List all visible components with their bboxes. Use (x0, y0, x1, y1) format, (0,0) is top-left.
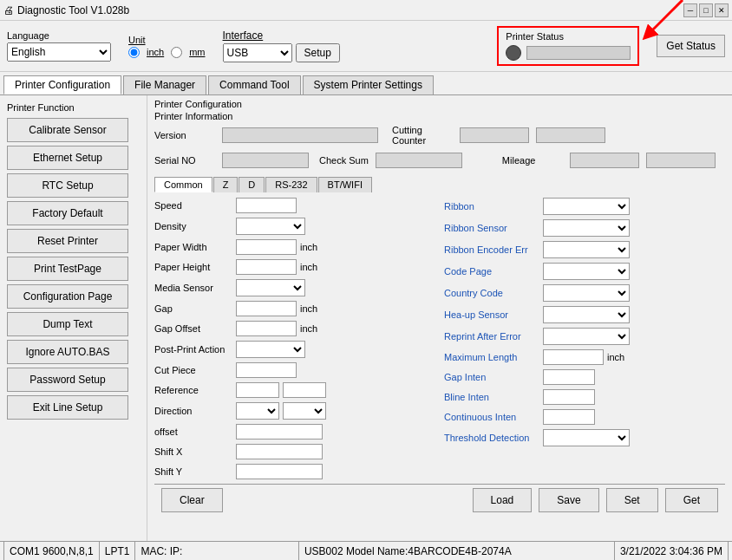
status-bar: COM1 9600,N,8,1 LPT1 MAC: IP: USB002 Mod… (0, 541, 732, 560)
speed-row: Speed (154, 198, 435, 213)
shift-x-input[interactable] (236, 444, 323, 459)
gap-input[interactable] (236, 301, 297, 316)
version-input[interactable] (222, 127, 378, 143)
right-panel: Printer Configuration Printer Informatio… (147, 95, 732, 541)
minimize-button[interactable]: ─ (683, 3, 697, 17)
reference-input2[interactable] (283, 382, 326, 398)
reprint-select[interactable] (543, 328, 630, 345)
sub-tabs: Common Z D RS-232 BT/WIFI (154, 177, 725, 192)
factory-default-button[interactable]: Factory Default (7, 201, 128, 225)
max-length-row: Maximum Length inch (444, 349, 725, 365)
ethernet-setup-button[interactable]: Ethernet Setup (7, 146, 128, 170)
language-select[interactable]: English (7, 42, 111, 62)
print-testpage-button[interactable]: Print TestPage (7, 257, 128, 281)
bline-inten-label: Bline Inten (444, 392, 539, 402)
usb-status: USB002 Model Name:4BARCODE4B-2074A (299, 542, 615, 560)
paper-height-input[interactable] (236, 259, 297, 275)
speed-input[interactable] (236, 198, 297, 213)
maximize-button[interactable]: □ (699, 3, 713, 17)
interface-label: Interface (223, 29, 340, 42)
rtc-setup-button[interactable]: RTC Setup (7, 173, 128, 198)
tab-file-manager[interactable]: File Manager (123, 75, 206, 94)
title-bar: 🖨 Diagnostic Tool V1.028b ─ □ ✕ (0, 0, 732, 21)
ribbon-encoder-select[interactable] (543, 241, 630, 258)
paper-width-unit: inch (300, 242, 317, 252)
cut-piece-input[interactable] (236, 362, 297, 378)
set-button[interactable]: Set (606, 488, 658, 512)
direction-select1[interactable] (236, 402, 279, 420)
mm-radio[interactable] (171, 47, 182, 58)
language-group: Language English (7, 30, 111, 62)
subtab-z[interactable]: Z (213, 177, 239, 192)
reset-printer-button[interactable]: Reset Printer (7, 229, 128, 253)
direction-select2[interactable] (283, 402, 326, 420)
inch-label: inch (147, 47, 164, 57)
get-status-button[interactable]: Get Status (657, 35, 725, 57)
ribbon-select[interactable] (543, 198, 630, 215)
max-length-input[interactable] (543, 349, 604, 365)
subtab-d[interactable]: D (239, 177, 265, 192)
setup-button[interactable]: Setup (296, 43, 340, 62)
direction-row: Direction (154, 402, 435, 420)
density-select[interactable] (236, 218, 305, 235)
threshold-select[interactable] (543, 429, 630, 446)
cutting-counter-input2[interactable] (536, 127, 605, 143)
tab-printer-configuration[interactable]: Printer Configuration (3, 75, 121, 94)
gap-offset-input[interactable] (236, 321, 297, 336)
offset-input[interactable] (236, 424, 323, 440)
serial-label: Serial NO (154, 155, 215, 166)
interface-select[interactable]: USB (223, 43, 292, 62)
media-sensor-select[interactable] (236, 279, 305, 296)
continuous-inten-row: Continuous Inten (444, 409, 725, 425)
continuous-inten-input[interactable] (543, 409, 595, 425)
serial-input[interactable] (222, 153, 309, 168)
gap-inten-input[interactable] (543, 369, 595, 385)
printer-config-title: Printer Configuration (154, 99, 725, 109)
tab-command-tool[interactable]: Command Tool (208, 75, 300, 94)
density-row: Density (154, 218, 435, 235)
dump-text-button[interactable]: Dump Text (7, 312, 128, 336)
paper-width-input[interactable] (236, 239, 297, 255)
password-setup-button[interactable]: Password Setup (7, 368, 128, 392)
hea-up-select[interactable] (543, 306, 630, 323)
mileage-input1[interactable] (570, 153, 639, 168)
language-label: Language (7, 30, 111, 41)
subtab-btwifi[interactable]: BT/WIFI (318, 177, 372, 192)
get-button[interactable]: Get (665, 488, 718, 512)
cutting-counter-input1[interactable] (460, 127, 529, 143)
shift-x-label: Shift X (154, 446, 232, 457)
code-page-select[interactable] (543, 263, 630, 280)
post-print-label: Post-Print Action (154, 344, 232, 355)
max-length-unit: inch (607, 352, 624, 362)
save-button[interactable]: Save (539, 488, 598, 512)
bline-inten-input[interactable] (543, 389, 595, 405)
continuous-inten-label: Continuous Inten (444, 412, 539, 422)
gap-inten-label: Gap Inten (444, 372, 539, 382)
ignore-auto-bas-button[interactable]: Ignore AUTO.BAS (7, 340, 128, 364)
checksum-input[interactable] (376, 153, 462, 168)
close-button[interactable]: ✕ (715, 3, 729, 17)
reference-input1[interactable] (236, 382, 279, 398)
printer-info-rows: Version Cutting Counter (154, 125, 725, 149)
gap-row: Gap inch (154, 301, 435, 316)
configuration-page-button[interactable]: Configuration Page (7, 284, 128, 309)
paper-width-label: Paper Width (154, 242, 232, 252)
clear-button[interactable]: Clear (161, 488, 223, 512)
mileage-input2[interactable] (646, 153, 716, 168)
tab-system-printer[interactable]: System Printer Settings (303, 75, 434, 94)
calibrate-sensor-button[interactable]: Calibrate Sensor (7, 118, 128, 142)
config-right: Ribbon Ribbon Sensor Ribbon Encoder Err … (444, 198, 725, 484)
ribbon-sensor-select[interactable] (543, 219, 630, 237)
post-print-select[interactable] (236, 341, 305, 358)
ribbon-label: Ribbon (444, 201, 539, 212)
exit-line-setup-button[interactable]: Exit Line Setup (7, 395, 128, 420)
inch-radio[interactable] (128, 47, 140, 58)
app-icon: 🖨 (3, 4, 14, 16)
shift-y-input[interactable] (236, 464, 323, 479)
shift-y-label: Shift Y (154, 466, 232, 477)
subtab-common[interactable]: Common (154, 177, 212, 192)
max-length-label: Maximum Length (444, 352, 539, 362)
subtab-rs232[interactable]: RS-232 (265, 177, 317, 192)
load-button[interactable]: Load (473, 488, 533, 512)
country-code-select[interactable] (543, 284, 630, 302)
